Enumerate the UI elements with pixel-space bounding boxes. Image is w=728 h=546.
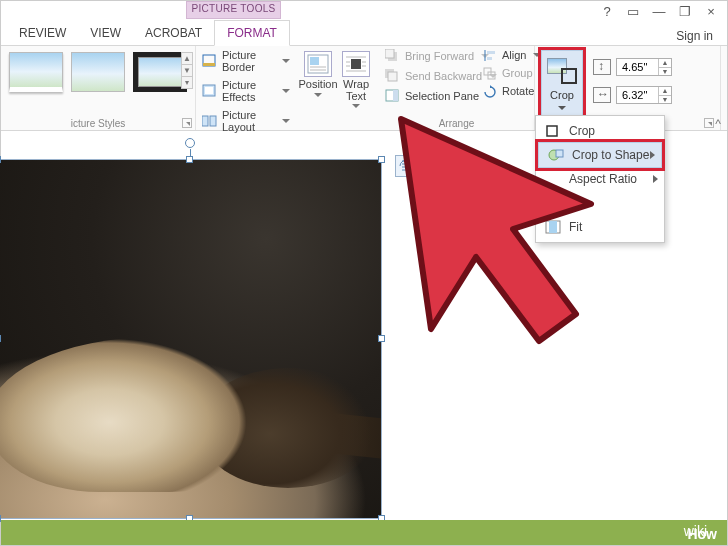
position-button[interactable]: Position: [299, 46, 337, 130]
tab-format[interactable]: FORMAT: [214, 20, 290, 46]
align-button[interactable]: Align: [481, 46, 533, 64]
close-icon[interactable]: ×: [703, 3, 719, 19]
svg-rect-20: [388, 72, 397, 81]
picture-layout-label: Picture Layout: [222, 109, 275, 133]
svg-rect-35: [549, 221, 557, 233]
minimize-icon[interactable]: —: [651, 3, 667, 19]
aspect-ratio-icon: [544, 171, 562, 187]
svg-marker-28: [490, 85, 493, 88]
layout-options-button[interactable]: [395, 155, 419, 177]
height-icon: [593, 59, 611, 75]
bring-forward-label: Bring Forward: [405, 50, 474, 62]
picture-layout-icon: [202, 114, 217, 128]
gallery-more-icon[interactable]: ▾: [181, 76, 193, 89]
resize-handle[interactable]: [0, 335, 1, 342]
crop-dropdown-menu: Crop Crop to Shape Aspect Ratio Fill Fit: [535, 115, 665, 243]
svg-rect-25: [487, 57, 492, 60]
group-label-arrange: Arrange: [379, 118, 534, 129]
picture-border-icon: [202, 54, 217, 68]
shape-height-value: 4.65": [622, 61, 647, 73]
group-icon: [483, 66, 497, 80]
resize-handle[interactable]: [0, 156, 1, 163]
align-label: Align: [502, 49, 526, 61]
dialog-launcher-icon[interactable]: [182, 118, 192, 128]
wrap-text-label: Wrap Text: [337, 79, 375, 102]
crop-icon: [544, 123, 562, 139]
menu-item-crop-label: Crop: [569, 124, 595, 138]
menu-item-aspect-ratio-label: Aspect Ratio: [569, 172, 637, 186]
spinner-up-icon[interactable]: ▲: [659, 59, 671, 68]
spinner-down-icon[interactable]: ▼: [659, 68, 671, 76]
picture-border-label: Picture Border: [222, 49, 275, 73]
selection-pane-label: Selection Pane: [405, 90, 479, 102]
svg-rect-5: [210, 116, 216, 126]
restore-icon[interactable]: ❐: [677, 3, 693, 19]
svg-rect-29: [547, 126, 557, 136]
ribbon-display-options-icon[interactable]: ▭: [625, 3, 641, 19]
svg-rect-10: [351, 59, 361, 69]
shape-width-input[interactable]: 6.32" ▲▼: [616, 86, 672, 104]
collapse-ribbon-icon[interactable]: ^: [715, 117, 721, 131]
position-label: Position: [298, 79, 337, 91]
resize-handle[interactable]: [378, 335, 385, 342]
shape-width-value: 6.32": [622, 89, 647, 101]
group-objects-label: Group: [502, 67, 533, 79]
svg-rect-24: [487, 51, 495, 54]
chevron-down-icon: [558, 106, 566, 110]
tab-acrobat[interactable]: ACROBAT: [133, 21, 214, 45]
menu-item-crop-to-shape-label: Crop to Shape: [572, 148, 649, 162]
menu-item-fit[interactable]: Fit: [536, 215, 664, 239]
group-align: Align Group Rotate: [481, 46, 533, 100]
svg-rect-1: [203, 63, 215, 66]
picture-style-thumb[interactable]: [133, 52, 187, 92]
picture-style-thumb[interactable]: [9, 52, 63, 92]
position-icon: [304, 51, 332, 77]
spinner-down-icon[interactable]: ▼: [659, 96, 671, 104]
rotation-handle[interactable]: [185, 138, 195, 148]
picture-style-thumb[interactable]: [71, 52, 125, 92]
shape-height-input[interactable]: 4.65" ▲▼: [616, 58, 672, 76]
menu-item-fit-label: Fit: [569, 220, 582, 234]
send-backward-icon: [385, 69, 400, 83]
svg-rect-4: [202, 116, 208, 126]
resize-handle[interactable]: [186, 156, 193, 163]
picture-layout-button[interactable]: Picture Layout: [196, 106, 296, 136]
svg-rect-7: [310, 57, 319, 65]
submenu-arrow-icon: [653, 175, 658, 183]
bring-forward-icon: [385, 49, 400, 63]
svg-rect-18: [385, 49, 394, 58]
group-button: Group: [481, 64, 533, 82]
svg-rect-31: [556, 150, 563, 157]
wrap-text-icon: [342, 51, 370, 77]
picture-content: [0, 160, 381, 518]
selection-pane-icon: [385, 89, 400, 103]
spinner-up-icon[interactable]: ▲: [659, 87, 671, 96]
rotate-label: Rotate: [502, 85, 534, 97]
menu-item-crop[interactable]: Crop: [536, 119, 664, 143]
width-icon: [593, 87, 611, 103]
dialog-launcher-icon[interactable]: [704, 118, 714, 128]
resize-handle[interactable]: [378, 156, 385, 163]
svg-rect-33: [546, 199, 560, 207]
menu-item-aspect-ratio[interactable]: Aspect Ratio: [536, 167, 664, 191]
selected-picture[interactable]: [0, 159, 382, 519]
tab-review[interactable]: REVIEW: [7, 21, 78, 45]
menu-item-crop-to-shape[interactable]: Crop to Shape: [538, 142, 662, 168]
send-backward-label: Send Backward: [405, 70, 482, 82]
menu-item-fill[interactable]: Fill: [536, 191, 664, 215]
crop-button[interactable]: Crop: [541, 50, 583, 118]
picture-effects-icon: [202, 84, 217, 98]
help-icon[interactable]: ?: [599, 3, 615, 19]
picture-effects-button[interactable]: Picture Effects: [196, 76, 296, 106]
rotate-button[interactable]: Rotate: [481, 82, 533, 100]
wrap-text-button[interactable]: Wrap Text: [337, 46, 375, 130]
group-picture-styles: ▲ ▼ ▾ icture Styles: [1, 46, 196, 130]
crop-to-shape-icon: [547, 147, 565, 163]
fit-icon: [544, 219, 562, 235]
ribbon-tabstrip: REVIEW VIEW ACROBAT FORMAT: [1, 19, 727, 46]
tab-view[interactable]: VIEW: [78, 21, 133, 45]
svg-rect-3: [205, 87, 213, 94]
group-label-picture-styles: icture Styles: [1, 118, 195, 129]
align-icon: [483, 48, 497, 62]
picture-border-button[interactable]: Picture Border: [196, 46, 296, 76]
